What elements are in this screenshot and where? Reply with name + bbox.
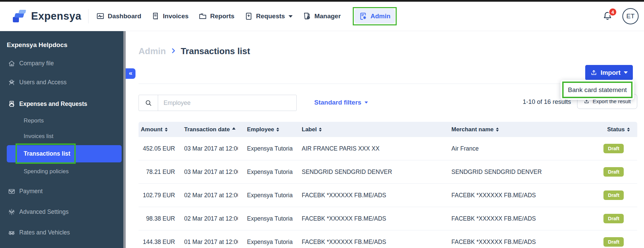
sidebar-item-company-file[interactable]: Company file	[0, 57, 123, 70]
column-header-merchant-name[interactable]: Merchant name	[442, 126, 574, 133]
navbar-divider	[88, 9, 89, 23]
column-header-label[interactable]: Label	[293, 126, 442, 133]
cell-employee: Expensya Tutorial	[238, 239, 293, 246]
sidebar-item-advanced-settings[interactable]: Advanced Settings	[0, 205, 123, 219]
sidebar-item-label: Users and Access	[19, 79, 67, 86]
status-badge: Draft	[603, 214, 624, 223]
chevron-down-icon	[8, 187, 16, 195]
nav-label: Admin	[371, 13, 391, 20]
invoice-receipt-icon	[151, 12, 160, 21]
sidebar-item-label: Advanced Settings	[19, 208, 69, 216]
cell-merchant-name: FACEBK *XXXXXX FB.ME/ADS	[442, 215, 574, 222]
cell-amount: 144.38 EUR	[139, 239, 175, 246]
table-row[interactable]: 144.38 EUR 01 Mar 2017 at 12:00 Expensya…	[139, 230, 637, 248]
cell-label: FACEBK *XXXXXX FB.ME/ADS	[293, 192, 442, 199]
sidebar-item-rates-and-vehicles[interactable]: Rates and Vehicles	[0, 226, 123, 239]
user-avatar[interactable]: ET	[622, 8, 639, 24]
expensya-logo-icon	[12, 9, 27, 23]
sidebar-company-title: Expensya Helpdocs	[7, 41, 68, 49]
menu-item-label: Bank card statement	[568, 86, 627, 94]
nav-item-reports[interactable]: Reports	[198, 12, 234, 21]
column-header-transaction-date[interactable]: Transaction date	[175, 126, 238, 133]
manager-receipt-check-icon	[302, 12, 311, 21]
nav-item-admin[interactable]: Admin	[354, 9, 395, 24]
cell-employee: Expensya Tutorial	[238, 168, 293, 176]
chevron-down-icon	[8, 208, 16, 216]
notifications-button[interactable]: 4	[602, 10, 614, 22]
nav-label: Requests	[256, 13, 285, 20]
table-row[interactable]: 102.79 EUR 02 Mar 2017 at 12:00 Expensya…	[139, 184, 637, 207]
standard-filters-label: Standard filters	[314, 99, 361, 106]
table-row[interactable]: 78.21 EUR 03 Mar 2017 at 12:00 Expensya …	[139, 160, 637, 184]
column-label: Merchant name	[451, 126, 494, 133]
sidebar-item-label: Invoices list	[24, 133, 53, 140]
status-badge: Draft	[603, 144, 624, 153]
transactions-table: Amount Transaction date Employee Label M…	[139, 122, 637, 248]
sidebar-subitem-invoices-list[interactable]: Invoices list	[0, 130, 123, 143]
cell-employee: Expensya Tutorial	[238, 215, 293, 222]
cell-transaction-date: 02 Mar 2017 at 12:00	[175, 192, 238, 199]
search-icon	[139, 95, 158, 111]
sidebar-item-label: Reports	[24, 117, 44, 124]
nav-item-invoices[interactable]: Invoices	[151, 12, 189, 21]
sidebar-collapse-button[interactable]: «	[126, 68, 135, 79]
cell-merchant-name: FACEBK *XXXXXX FB.ME/ADS	[442, 192, 574, 199]
expensya-logo[interactable]: Expensya	[12, 9, 81, 23]
sort-icon	[496, 128, 499, 132]
sidebar-subitem-spending-policies[interactable]: Spending policies	[0, 165, 123, 178]
column-header-employee[interactable]: Employee	[238, 126, 293, 133]
menu-item-bank-card-statement[interactable]: Bank card statement	[562, 82, 633, 98]
table-row[interactable]: 452.05 EUR 03 Mar 2017 at 12:00 Expensya…	[139, 137, 637, 160]
employee-search-input[interactable]	[158, 95, 296, 111]
column-header-amount[interactable]: Amount	[139, 126, 175, 133]
table-row[interactable]: 98.38 EUR 02 Mar 2017 at 12:00 Expensya …	[139, 207, 637, 230]
sort-ascending-icon	[232, 127, 236, 130]
status-badge: Draft	[603, 237, 624, 247]
cell-amount: 78.21 EUR	[139, 168, 175, 176]
standard-filters-dropdown[interactable]: Standard filters	[314, 99, 368, 106]
dashboard-icon	[96, 12, 105, 21]
column-label: Status	[607, 126, 625, 133]
column-label: Amount	[141, 126, 163, 133]
column-header-status[interactable]: Status	[574, 126, 637, 133]
column-label: Employee	[247, 126, 274, 133]
sidebar-item-payment[interactable]: Payment	[0, 184, 123, 198]
nav-label: Dashboard	[108, 13, 141, 20]
nav-label: Invoices	[163, 13, 189, 20]
cell-merchant-name: SENDGRID SENDGRID DENVER	[442, 168, 574, 176]
nav-item-manager[interactable]: Manager	[302, 12, 341, 21]
cell-label: AIR FRANCE PARIS XXX XX	[293, 145, 442, 152]
sidebar-item-expenses-and-requests[interactable]: Expenses and Requests	[0, 97, 123, 111]
sidebar-item-users-and-access[interactable]: Users and Access	[0, 75, 123, 89]
cell-employee: Expensya Tutorial	[238, 192, 293, 199]
import-button[interactable]: Import	[585, 65, 633, 80]
cell-transaction-date: 02 Mar 2017 at 12:00	[175, 215, 238, 222]
main-navigation: Dashboard Invoices Reports Requests Mana…	[96, 7, 397, 25]
section-divider	[139, 84, 633, 84]
cell-amount: 452.05 EUR	[139, 145, 175, 152]
chevron-up-icon	[8, 100, 16, 108]
sidebar-subitem-transactions-list[interactable]: Transactions list	[7, 145, 122, 162]
upload-icon	[590, 69, 597, 76]
main-content: Admin Transactions list « Import Standar…	[126, 31, 644, 248]
column-label: Transaction date	[184, 126, 230, 133]
sidebar: Expensya Helpdocs Company file Users and…	[0, 31, 123, 248]
nav-item-requests[interactable]: Requests	[244, 12, 293, 21]
sidebar-item-label: Expenses and Requests	[19, 100, 87, 108]
sidebar-subitem-reports[interactable]: Reports	[0, 114, 123, 128]
sort-icon	[627, 128, 630, 132]
breadcrumb-parent[interactable]: Admin	[139, 46, 166, 57]
notification-count-badge: 4	[609, 8, 617, 16]
avatar-initials: ET	[626, 13, 635, 20]
home-icon	[8, 60, 16, 67]
sidebar-scrollbar[interactable]	[123, 31, 126, 248]
nav-item-dashboard[interactable]: Dashboard	[96, 12, 141, 21]
sidebar-item-label: Spending policies	[24, 168, 69, 175]
page-title: Transactions list	[181, 46, 250, 57]
cell-label: FACEBK *XXXXXX FB.ME/ADS	[293, 239, 442, 246]
table-header-row: Amount Transaction date Employee Label M…	[139, 122, 637, 137]
cell-status: Draft	[574, 214, 637, 223]
sort-icon	[276, 128, 279, 132]
cell-status: Draft	[574, 237, 637, 247]
cell-amount: 98.38 EUR	[139, 215, 175, 222]
